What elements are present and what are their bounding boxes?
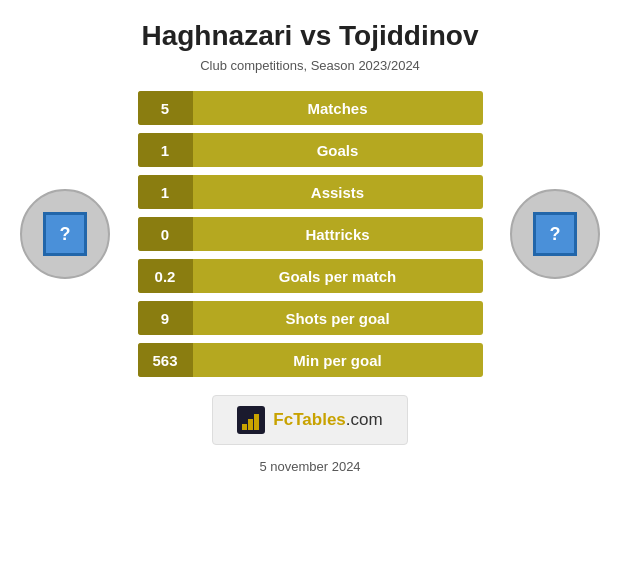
stat-value-1: 1 xyxy=(138,133,193,167)
stat-value-5: 9 xyxy=(138,301,193,335)
stat-value-4: 0.2 xyxy=(138,259,193,293)
stat-label-4: Goals per match xyxy=(193,268,483,285)
stats-section: ? 5Matches1Goals1Assists0Hattricks0.2Goa… xyxy=(0,91,620,377)
logo-text: FcTables.com xyxy=(273,410,382,430)
match-title: Haghnazari vs Tojiddinov xyxy=(141,20,478,52)
fctables-logo-icon xyxy=(237,406,265,434)
avatar-right: ? xyxy=(510,189,600,279)
stat-label-0: Matches xyxy=(193,100,483,117)
stat-value-6: 563 xyxy=(138,343,193,377)
svg-rect-2 xyxy=(248,419,253,430)
stat-row-1: 1Goals xyxy=(138,133,483,167)
stat-label-2: Assists xyxy=(193,184,483,201)
stat-value-0: 5 xyxy=(138,91,193,125)
stats-rows: 5Matches1Goals1Assists0Hattricks0.2Goals… xyxy=(138,91,483,377)
stat-label-6: Min per goal xyxy=(193,352,483,369)
stat-value-2: 1 xyxy=(138,175,193,209)
match-subtitle: Club competitions, Season 2023/2024 xyxy=(200,58,420,73)
stat-row-0: 5Matches xyxy=(138,91,483,125)
logo-box: FcTables.com xyxy=(212,395,407,445)
stat-label-3: Hattricks xyxy=(193,226,483,243)
stat-row-4: 0.2Goals per match xyxy=(138,259,483,293)
svg-rect-1 xyxy=(242,424,247,430)
stat-label-5: Shots per goal xyxy=(193,310,483,327)
avatar-left-icon: ? xyxy=(43,212,87,256)
date-text: 5 november 2024 xyxy=(259,459,360,474)
avatar-left: ? xyxy=(20,189,110,279)
stat-value-3: 0 xyxy=(138,217,193,251)
avatar-right-icon: ? xyxy=(533,212,577,256)
svg-rect-3 xyxy=(254,414,259,430)
stat-row-2: 1Assists xyxy=(138,175,483,209)
stat-row-6: 563Min per goal xyxy=(138,343,483,377)
stat-label-1: Goals xyxy=(193,142,483,159)
comparison-card: Haghnazari vs Tojiddinov Club competitio… xyxy=(0,0,620,580)
stat-row-5: 9Shots per goal xyxy=(138,301,483,335)
stat-row-3: 0Hattricks xyxy=(138,217,483,251)
